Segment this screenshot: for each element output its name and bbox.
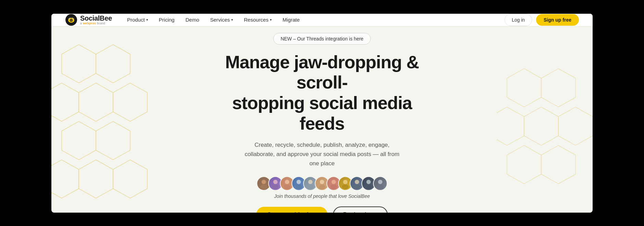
book-demo-button[interactable]: Book a demo bbox=[333, 206, 388, 212]
site-container: SocialBee a webpros brand Product ▾ Pric… bbox=[51, 14, 593, 213]
nav-links: Product ▾ Pricing Demo Services ▾ Resour… bbox=[122, 14, 505, 25]
svg-point-45 bbox=[377, 185, 384, 189]
hero-subtitle: Create, recycle, schedule, publish, anal… bbox=[240, 140, 404, 168]
nav-resources[interactable]: Resources ▾ bbox=[239, 14, 276, 25]
svg-point-37 bbox=[330, 185, 337, 189]
avatars-label: Join thousands of people that love Socia… bbox=[274, 193, 370, 199]
signup-button[interactable]: Sign up free bbox=[536, 14, 579, 26]
nav-services[interactable]: Services ▾ bbox=[205, 14, 238, 25]
socialbee-logo-icon bbox=[65, 14, 77, 26]
svg-point-36 bbox=[332, 180, 336, 184]
svg-point-40 bbox=[355, 180, 359, 184]
social-proof-avatars bbox=[257, 176, 387, 191]
nav-actions: Log in Sign up free bbox=[505, 14, 579, 26]
svg-point-33 bbox=[307, 185, 314, 189]
svg-point-25 bbox=[260, 185, 267, 189]
svg-point-38 bbox=[343, 180, 348, 184]
login-button[interactable]: Log in bbox=[505, 14, 532, 26]
svg-point-26 bbox=[273, 180, 278, 184]
avatar bbox=[373, 176, 387, 191]
logo-text: SocialBee a webpros brand bbox=[80, 14, 112, 25]
svg-point-32 bbox=[308, 180, 313, 184]
nav-pricing[interactable]: Pricing bbox=[154, 14, 179, 25]
svg-point-30 bbox=[297, 180, 301, 184]
nav-migrate[interactable]: Migrate bbox=[278, 14, 305, 25]
navbar: SocialBee a webpros brand Product ▾ Pric… bbox=[51, 14, 593, 26]
nav-product[interactable]: Product ▾ bbox=[122, 14, 153, 25]
chevron-down-icon: ▾ bbox=[231, 18, 233, 22]
hero-section: NEW – Our Threads integration is here Ma… bbox=[51, 26, 593, 213]
svg-point-28 bbox=[285, 180, 289, 184]
logo[interactable]: SocialBee a webpros brand bbox=[65, 14, 112, 26]
svg-point-31 bbox=[295, 185, 302, 189]
svg-point-34 bbox=[320, 180, 324, 184]
svg-point-24 bbox=[262, 180, 266, 184]
get-started-button[interactable]: Get started for free bbox=[256, 207, 327, 212]
cta-buttons: Get started for free Book a demo bbox=[256, 206, 388, 212]
svg-point-44 bbox=[378, 180, 383, 184]
svg-rect-21 bbox=[70, 21, 73, 22]
nav-demo[interactable]: Demo bbox=[181, 14, 204, 25]
announcement-badge[interactable]: NEW – Our Threads integration is here bbox=[273, 33, 371, 45]
svg-point-29 bbox=[284, 185, 290, 189]
page-wrapper: SocialBee a webpros brand Product ▾ Pric… bbox=[0, 0, 644, 226]
svg-point-42 bbox=[367, 180, 371, 184]
svg-point-39 bbox=[342, 185, 349, 189]
svg-point-27 bbox=[272, 185, 279, 189]
svg-point-35 bbox=[319, 185, 325, 189]
hero-title: Manage jaw-dropping & scroll- stopping s… bbox=[219, 52, 425, 134]
chevron-down-icon: ▾ bbox=[270, 18, 272, 22]
chevron-down-icon: ▾ bbox=[146, 18, 148, 22]
svg-rect-20 bbox=[70, 20, 73, 21]
svg-point-41 bbox=[354, 185, 360, 189]
svg-point-43 bbox=[365, 185, 372, 189]
